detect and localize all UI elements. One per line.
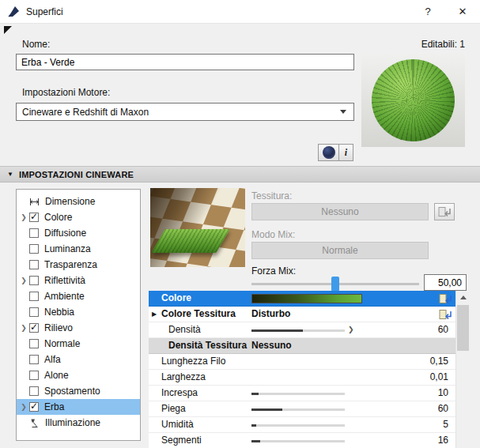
surface-name-input[interactable] [16,54,354,70]
cinema4d-icon [323,146,335,159]
item-label: Alfa [44,354,61,365]
param-value[interactable]: Nessuno [251,338,292,353]
item-label: Nebbia [44,307,74,318]
param-value[interactable]: 10 [438,386,448,401]
param-label: Larghezza [161,370,206,385]
param-slider[interactable] [251,408,345,411]
grass-patch-preview [151,229,229,253]
param-value[interactable]: 60 [438,322,448,337]
mix-strength-value[interactable] [424,274,467,291]
expand-chevron-icon[interactable] [18,273,29,288]
engine-settings-label: Impostazioni Motore: [22,87,110,98]
texture-link-icon[interactable] [439,293,453,304]
riflettivita-checkbox[interactable] [29,276,39,285]
info-button[interactable]: i [338,144,353,161]
sidebar-item-rilievo[interactable]: Rilievo [17,320,140,336]
param-value[interactable]: Disturbo [251,307,290,322]
sidebar-item-riflettivita[interactable]: Riflettività [17,273,140,288]
sidebar-item-ambiente[interactable]: Ambiente [17,288,140,304]
sidebar-item-trasparenza[interactable]: Trasparenza [17,257,140,273]
trasparenza-checkbox[interactable] [29,260,39,269]
scroll-up-button[interactable] [456,291,469,304]
item-label: Erba [44,401,64,412]
param-row-segmenti[interactable]: Segmenti 16 [149,433,455,448]
rilievo-checkbox[interactable] [29,323,39,333]
alfa-checkbox[interactable] [29,355,39,364]
ambiente-checkbox[interactable] [29,292,39,301]
texture-browse-button[interactable] [434,203,455,220]
param-row-larghezza[interactable]: Larghezza 0,01 [149,370,455,386]
texture-button[interactable]: Nessuno [251,203,429,220]
slider-fill [251,393,259,395]
alone-checkbox[interactable] [29,371,39,380]
param-row-umidita[interactable]: Umidità 5 [149,417,455,433]
dialog-icon [7,5,21,18]
grass-sphere-preview [372,59,455,141]
luminanza-checkbox[interactable] [29,244,39,254]
expand-chevron-icon[interactable] [18,399,29,415]
param-row-piega[interactable]: Piega 60 [149,401,455,417]
param-label: Lunghezza Filo [161,354,225,369]
help-button[interactable]: ? [410,0,445,24]
slider-fill [251,408,282,411]
param-slider[interactable] [251,393,345,395]
colore-checkbox[interactable] [29,213,39,222]
spostamento-checkbox[interactable] [29,386,39,396]
param-value[interactable]: 16 [438,433,448,448]
item-label: Ambiente [44,291,85,302]
param-row-increspa[interactable]: Increspa 10 [149,386,455,401]
nebbia-checkbox[interactable] [29,307,39,317]
sidebar-item-alone[interactable]: Alone [17,367,140,383]
scroll-thumb[interactable] [457,305,469,351]
param-row-densita[interactable]: Densità 60 [149,322,455,338]
param-value[interactable]: 0,15 [430,354,448,369]
sidebar-item-colore[interactable]: Colore [17,209,140,225]
mix-strength-slider[interactable] [251,277,419,292]
item-label: Spostamento [44,386,100,397]
param-row-densita-tessitura[interactable]: Densità Tessitura Nessuno [149,338,455,354]
cinema4d-button[interactable] [318,144,339,161]
surface-preview-image [361,54,465,147]
expander-icon[interactable] [152,307,157,322]
mix-mode-button[interactable]: Normale [251,242,429,259]
param-label: Colore [161,291,191,306]
expand-chevron-icon[interactable] [18,209,29,225]
param-label: Colore Tessitura [161,307,236,322]
param-row-lunghezza-filo[interactable]: Lunghezza Filo 0,15 [149,354,455,370]
item-label: Colore [44,212,72,223]
sidebar-item-alfa[interactable]: Alfa [17,352,140,367]
item-label: Dimensione [45,196,95,207]
sidebar-item-spostamento[interactable]: Spostamento [17,383,140,399]
param-value[interactable]: 0,01 [430,370,448,385]
slider-thumb[interactable] [331,277,339,292]
sidebar-item-illuminazione[interactable]: Illuminazione [17,415,140,431]
sidebar-item-erba[interactable]: Erba [17,399,140,415]
param-row-colore-tessitura[interactable]: Colore Tessitura Disturbo [149,307,455,322]
erba-checkbox[interactable] [29,402,39,412]
normale-checkbox[interactable] [29,339,39,348]
slider-fill [251,424,256,427]
sidebar-item-dimensione[interactable]: Dimensione [17,194,140,209]
item-label: Riflettività [44,275,85,286]
param-slider[interactable] [251,440,345,442]
param-slider[interactable] [251,329,345,332]
diffusione-checkbox[interactable] [29,228,39,238]
expand-chevron-icon[interactable] [18,320,29,336]
color-gradient-swatch[interactable] [251,294,362,303]
sidebar-item-diffusione[interactable]: Diffusione [17,225,140,241]
close-button[interactable]: ✕ [445,0,480,24]
sidebar-item-normale[interactable]: Normale [17,336,140,352]
engine-dropdown[interactable]: Cineware e Redshift di Maxon [16,103,354,121]
section-title: IMPOSTAZIONI CINEWARE [19,170,134,179]
texture-link-icon[interactable] [439,309,453,320]
param-value[interactable]: 5 [443,417,448,432]
scrollbar[interactable] [455,291,469,448]
param-value[interactable]: 60 [438,401,448,416]
param-slider[interactable] [251,424,345,427]
sidebar-item-nebbia[interactable]: Nebbia [17,304,140,320]
param-row-colore[interactable]: Colore [149,291,455,307]
panel-collapse-handle[interactable] [4,26,12,34]
cineware-section-header[interactable]: IMPOSTAZIONI CINEWARE [0,166,480,183]
slider-fill [251,440,260,442]
sidebar-item-luminanza[interactable]: Luminanza [17,241,140,257]
